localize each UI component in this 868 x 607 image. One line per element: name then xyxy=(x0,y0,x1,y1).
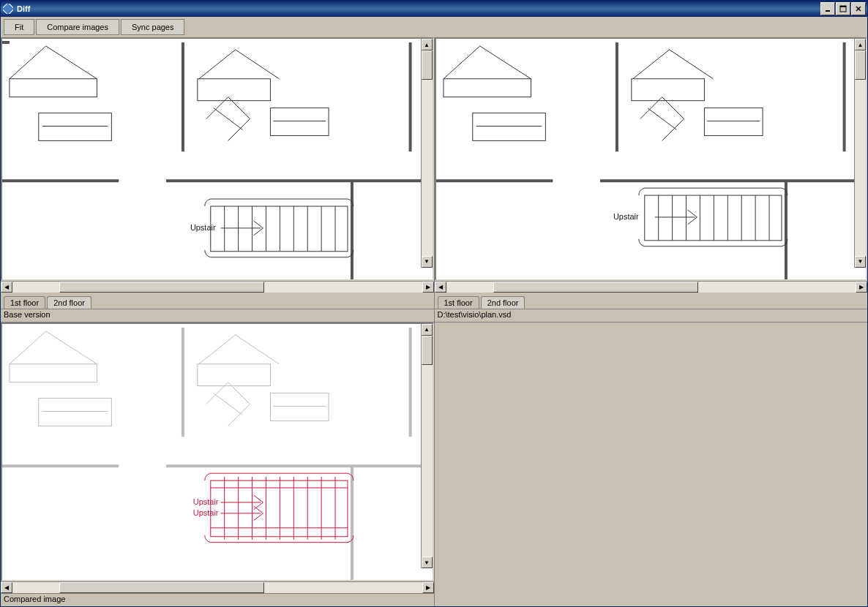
svg-rect-6 xyxy=(10,79,97,97)
page-tabs: 1st floor 2nd floor xyxy=(1,293,434,309)
close-button[interactable] xyxy=(851,2,866,15)
scroll-right-icon[interactable]: ▶ xyxy=(422,282,434,293)
scroll-thumb[interactable] xyxy=(422,50,433,80)
stair-label: Upstair xyxy=(613,212,638,221)
page-tabs: 1st floor 2nd floor xyxy=(435,293,868,309)
viewport-top-right[interactable]: Upstair ▲ ▼ xyxy=(435,37,868,281)
scrollbar-vertical[interactable]: ▲ ▼ xyxy=(421,324,433,569)
stair-label-b: Upstair xyxy=(193,508,219,516)
svg-rect-23 xyxy=(211,206,348,252)
scroll-up-icon[interactable]: ▲ xyxy=(422,39,433,50)
svg-rect-39 xyxy=(472,113,545,141)
scrollbar-horizontal[interactable]: ◀ ▶ xyxy=(1,581,434,593)
svg-line-14 xyxy=(199,50,236,79)
floorplan-file: Upstair xyxy=(436,39,866,281)
compare-images-button[interactable]: Compare images xyxy=(36,19,119,35)
svg-rect-70 xyxy=(198,363,271,385)
scroll-thumb[interactable] xyxy=(493,282,698,293)
scroll-thumb[interactable] xyxy=(855,50,866,80)
scroll-down-icon[interactable]: ▼ xyxy=(422,256,433,268)
svg-rect-65 xyxy=(10,363,97,382)
svg-rect-68 xyxy=(39,398,112,426)
scrollbar-horizontal[interactable]: ◀ ▶ xyxy=(435,281,868,293)
scroll-thumb[interactable] xyxy=(59,582,264,593)
svg-rect-0 xyxy=(3,4,13,14)
content-grid: Upstair ▲ ▼ ◀ ▶ 1st floor 2nd floor Base… xyxy=(1,37,867,606)
tab-2nd-floor[interactable]: 2nd floor xyxy=(481,296,525,309)
scroll-left-icon[interactable]: ◀ xyxy=(1,282,12,293)
svg-line-16 xyxy=(214,108,243,130)
svg-rect-71 xyxy=(270,393,329,421)
svg-rect-36 xyxy=(443,79,530,97)
svg-rect-11 xyxy=(198,79,271,101)
titlebar[interactable]: Diff xyxy=(1,1,867,17)
pane-top-left: Upstair ▲ ▼ ◀ ▶ 1st floor 2nd floor Base… xyxy=(1,37,434,322)
tab-1st-floor[interactable]: 1st floor xyxy=(438,296,479,309)
svg-line-74 xyxy=(236,334,280,363)
scroll-right-icon[interactable]: ▶ xyxy=(856,282,867,293)
scroll-down-icon[interactable]: ▼ xyxy=(422,557,433,568)
svg-rect-42 xyxy=(704,108,763,136)
svg-line-45 xyxy=(669,50,713,79)
pane-top-right: Upstair ▲ ▼ ◀ ▶ 1st floor 2nd floor D:\t… xyxy=(435,37,868,322)
pane-status: Compared image xyxy=(1,593,434,606)
fit-button[interactable]: Fit xyxy=(4,19,34,35)
viewport-bottom-left[interactable]: Upstair Upstair ▲ ▼ xyxy=(1,323,434,582)
scrollbar-vertical[interactable]: ▲ ▼ xyxy=(421,39,433,268)
svg-line-7 xyxy=(10,46,46,79)
scroll-up-icon[interactable]: ▲ xyxy=(855,39,866,50)
sync-pages-button[interactable]: Sync pages xyxy=(121,19,184,35)
window-title: Diff xyxy=(17,4,820,13)
svg-line-66 xyxy=(10,331,46,363)
floorplan-base: Upstair xyxy=(2,39,432,281)
pane-bottom-right xyxy=(435,323,868,607)
svg-line-8 xyxy=(46,46,97,79)
toolbar: Fit Compare images Sync pages xyxy=(1,17,867,37)
minimize-button[interactable] xyxy=(820,2,835,15)
window-controls xyxy=(820,2,866,15)
svg-line-44 xyxy=(632,50,669,79)
scrollbar-horizontal[interactable]: ◀ ▶ xyxy=(1,281,434,293)
pane-status: Base version xyxy=(1,309,434,322)
scroll-left-icon[interactable]: ◀ xyxy=(435,282,446,293)
app-icon xyxy=(2,3,14,15)
svg-rect-9 xyxy=(39,113,112,141)
svg-rect-12 xyxy=(270,108,329,136)
stair-label-a: Upstair xyxy=(193,497,219,505)
floorplan-diff: Upstair Upstair xyxy=(2,324,432,582)
scroll-up-icon[interactable]: ▲ xyxy=(422,324,433,336)
stair-label: Upstair xyxy=(190,223,216,232)
app-window: Diff Fit Compare images Sync pages xyxy=(0,0,868,607)
scroll-right-icon[interactable]: ▶ xyxy=(422,582,434,593)
scroll-down-icon[interactable]: ▼ xyxy=(855,256,866,268)
scrollbar-vertical[interactable]: ▲ ▼ xyxy=(854,39,866,268)
tab-2nd-floor[interactable]: 2nd floor xyxy=(47,296,91,309)
svg-rect-52 xyxy=(644,195,781,241)
svg-line-73 xyxy=(199,334,236,363)
pane-status: D:\test\visio\plan.vsd xyxy=(435,309,868,322)
tab-1st-floor[interactable]: 1st floor xyxy=(4,296,45,309)
svg-line-67 xyxy=(46,331,97,363)
svg-line-37 xyxy=(443,46,479,79)
scroll-thumb[interactable] xyxy=(59,282,264,293)
svg-line-75 xyxy=(214,393,243,415)
svg-line-38 xyxy=(479,46,531,79)
scroll-thumb[interactable] xyxy=(422,336,433,365)
svg-line-46 xyxy=(647,108,676,130)
scroll-left-icon[interactable]: ◀ xyxy=(1,582,12,593)
viewport-top-left[interactable]: Upstair ▲ ▼ xyxy=(1,37,434,281)
pane-bottom-left: Upstair Upstair ▲ ▼ ◀ ▶ Compared image xyxy=(1,323,434,607)
svg-line-15 xyxy=(236,50,280,79)
maximize-button[interactable] xyxy=(836,2,850,15)
svg-rect-41 xyxy=(631,79,704,101)
